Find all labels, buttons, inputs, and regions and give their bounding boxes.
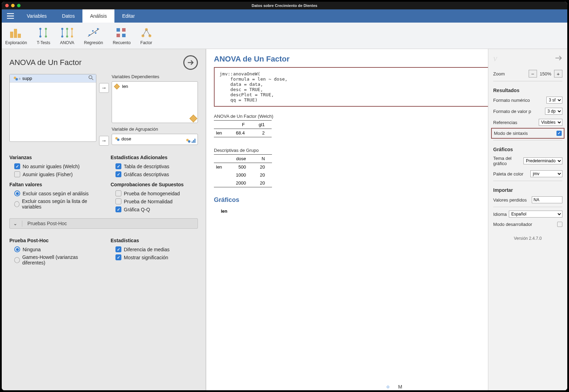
svg-point-33: [16, 78, 18, 80]
ribbon-label: ANOVA: [60, 40, 74, 45]
anova-icon: [60, 26, 74, 39]
bar-chart-icon: [9, 26, 23, 39]
dependent-vars-box[interactable]: len: [112, 81, 198, 123]
svg-rect-22: [97, 28, 98, 30]
search-icon[interactable]: [88, 75, 94, 82]
svg-rect-2: [18, 34, 21, 38]
content-area: ANOVA de Un Factor a supp: [2, 49, 456, 314]
ribbon-regresion[interactable]: Regresión: [84, 26, 103, 45]
svg-line-31: [146, 30, 150, 36]
ordinal-hint-icon: [191, 138, 196, 143]
ttest-icon: [38, 26, 49, 39]
hamburger-menu-icon[interactable]: [2, 9, 19, 23]
svg-rect-20: [92, 30, 94, 32]
results-title: ANOVA de Un Factor: [214, 55, 456, 64]
svg-point-17: [71, 35, 73, 38]
checkbox-desc-plot[interactable]: Gráficas descriptivas: [111, 170, 198, 178]
radio-per-analysis[interactable]: Excluir casos según el análisis: [9, 189, 97, 197]
collapse-options-button[interactable]: [183, 55, 198, 70]
tab-variables[interactable]: Variables: [19, 9, 54, 23]
plot-var-label: len: [214, 204, 456, 219]
svg-point-34: [89, 76, 92, 79]
ribbon-factor[interactable]: Factor: [141, 26, 152, 45]
anova-table-title: ANOVA de Un Factor (Welch): [214, 114, 456, 119]
syntax-code-block[interactable]: jmv::anovaOneW( formula = len ~ dose, da…: [214, 67, 456, 107]
checkbox-desc-table[interactable]: Tabla de descriptivas: [111, 162, 198, 170]
ribbon-label: Exploración: [5, 40, 27, 45]
svg-line-35: [92, 79, 93, 80]
move-to-grouping-button[interactable]: →: [99, 136, 109, 146]
tab-datos[interactable]: Datos: [54, 9, 82, 23]
stats-heading: Estadísticas: [111, 238, 198, 243]
nominal-icon: [115, 137, 120, 141]
checkbox-significance[interactable]: Mostrar significación: [111, 253, 198, 261]
svg-rect-40: [192, 141, 193, 143]
svg-point-37: [117, 138, 120, 141]
tab-analisis[interactable]: Análisis: [82, 9, 114, 23]
svg-point-39: [188, 140, 191, 143]
assumptions-heading: Comprobaciones de Supuestos: [111, 182, 198, 187]
checkbox-qq[interactable]: Gráfica Q-Q: [111, 205, 198, 213]
titlebar: Datos sobre Crecimiento de Dientes: [2, 2, 456, 9]
anova-table: Fgl1 len68.42: [214, 120, 272, 137]
regression-icon: [87, 26, 101, 39]
type-hint-icon: [190, 115, 198, 123]
nominal-icon: [13, 76, 18, 81]
posthoc-heading: Prueba Post-Hoc: [9, 238, 97, 243]
ribbon-anova[interactable]: ANOVA: [60, 26, 74, 45]
ribbon-ttests[interactable]: T-Tests: [37, 26, 50, 45]
results-panel: ANOVA de Un Factor jmv::anovaOneW( formu…: [206, 49, 456, 314]
svg-rect-42: [194, 139, 195, 143]
variable-item-dose[interactable]: dose: [113, 136, 196, 142]
analysis-title: ANOVA de Un Factor: [9, 58, 81, 67]
svg-point-16: [71, 28, 73, 30]
svg-point-8: [45, 35, 47, 38]
svg-point-10: [61, 28, 63, 30]
checkbox-welch[interactable]: No asumir iguales (Welch): [9, 162, 97, 170]
svg-point-11: [61, 35, 63, 38]
minimize-window-icon[interactable]: [11, 4, 15, 7]
addstats-heading: Estadísticas Adicionales: [111, 155, 198, 160]
move-to-dependent-button[interactable]: →: [99, 83, 109, 93]
svg-line-30: [143, 30, 146, 36]
ribbon-exploracion[interactable]: Exploración: [5, 26, 27, 45]
checkbox-homogeneity[interactable]: Prueba de homogeneidad: [111, 189, 198, 197]
grouping-var-box[interactable]: dose: [112, 134, 198, 145]
dependent-vars-label: Variables Dependientes: [112, 74, 198, 79]
svg-rect-19: [89, 34, 90, 36]
desc-table-title: Descriptivas de Grupo: [214, 148, 456, 153]
variable-item-len[interactable]: len: [113, 83, 196, 90]
ribbon-label: T-Tests: [37, 40, 50, 45]
ribbon-label: Recuento: [113, 40, 130, 45]
source-variable-list[interactable]: a supp: [9, 74, 96, 142]
radio-posthoc-none[interactable]: Ninguna: [9, 245, 97, 253]
continuous-icon: [114, 83, 120, 89]
chevron-down-icon: ⌄: [13, 221, 17, 226]
missing-heading: Faltan valores: [9, 182, 97, 187]
variable-item-supp[interactable]: a supp: [12, 75, 33, 82]
checkbox-normality[interactable]: Prueba de Normalidad: [111, 197, 198, 205]
maximize-window-icon[interactable]: [17, 4, 21, 7]
svg-point-14: [66, 35, 68, 38]
options-panel: ANOVA de Un Factor a supp: [2, 49, 206, 314]
radio-listwise[interactable]: Excluir casos según la lista de variable…: [9, 197, 97, 211]
ribbon: Exploración T-Tests ANOVA Regresión Recu…: [2, 23, 456, 49]
menubar: Variables Datos Análisis Editar: [2, 9, 456, 23]
svg-rect-23: [117, 28, 120, 32]
svg-rect-25: [117, 34, 120, 37]
traffic-lights: [5, 4, 21, 7]
svg-rect-21: [95, 32, 96, 34]
posthoc-collapse[interactable]: ⌄ │ Pruebas Post-Hoc: [9, 218, 198, 229]
tab-editar[interactable]: Editar: [114, 9, 143, 23]
frequency-icon: [116, 26, 128, 39]
radio-posthoc-gh[interactable]: Games-Howell (varianzas diferentes): [9, 253, 97, 267]
descriptives-table: doseN len50020 100020 200020: [214, 154, 272, 187]
checkbox-meandiff[interactable]: Diferencia de medias: [111, 245, 198, 253]
svg-point-4: [39, 28, 41, 30]
window-title: Datos sobre Crecimiento de Dientes: [2, 3, 456, 8]
svg-point-7: [45, 28, 47, 30]
ribbon-recuento[interactable]: Recuento: [113, 26, 130, 45]
checkbox-fisher[interactable]: Asumir iguales (Fisher): [9, 170, 97, 178]
close-window-icon[interactable]: [5, 4, 9, 7]
factor-icon: [141, 26, 152, 39]
